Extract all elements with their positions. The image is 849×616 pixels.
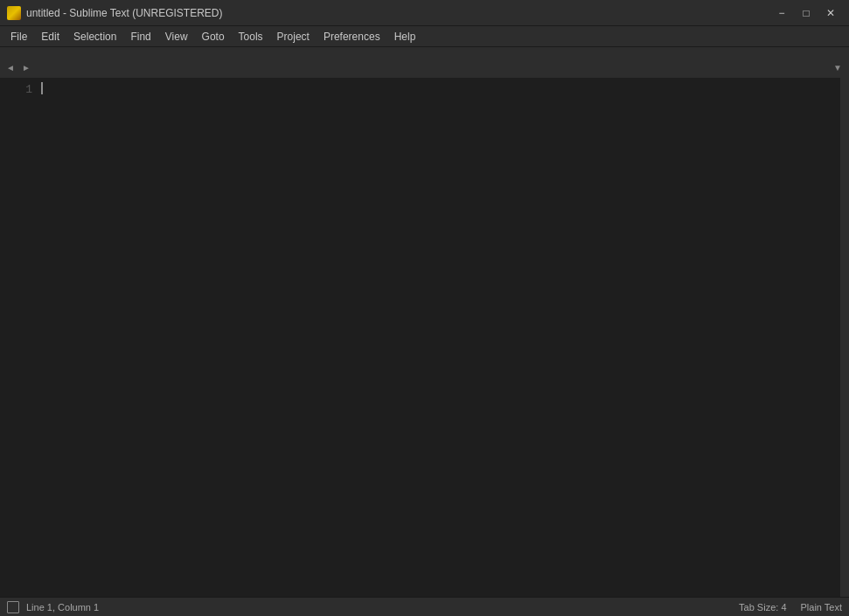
app-icon [7, 6, 21, 20]
editor-area: 1 [0, 78, 849, 597]
menu-item-goto[interactable]: Goto [195, 29, 232, 45]
title-left: untitled - Sublime Text (UNREGISTERED) [7, 6, 223, 20]
nav-arrows: ◄ ► [3, 61, 33, 74]
cursor-position: Line 1, Column 1 [26, 602, 99, 613]
vertical-scrollbar[interactable] [840, 78, 849, 597]
tab-dropdown[interactable]: ▼ [830, 61, 846, 74]
title-text: untitled - Sublime Text (UNREGISTERED) [26, 7, 223, 19]
menu-item-file[interactable]: File [3, 29, 34, 45]
menu-item-tools[interactable]: Tools [232, 29, 270, 45]
nav-right-arrow[interactable]: ► [19, 61, 33, 74]
syntax-selector[interactable]: Plain Text [801, 602, 843, 613]
tab-size-indicator[interactable]: Tab Size: 4 [739, 602, 786, 613]
menu-item-view[interactable]: View [158, 29, 195, 45]
menu-item-find[interactable]: Find [123, 29, 157, 45]
nav-left-arrow[interactable]: ◄ [3, 61, 17, 74]
status-bar: Line 1, Column 1 Tab Size: 4 Plain Text [0, 597, 849, 616]
line-numbers: 1 [0, 78, 39, 597]
line-number-1: 1 [0, 82, 32, 98]
menu-item-selection[interactable]: Selection [66, 29, 123, 45]
maximize-button[interactable]: □ [795, 4, 818, 22]
text-cursor [41, 82, 43, 94]
tab-bar: ◄ ► ▼ [0, 47, 849, 78]
menu-item-preferences[interactable]: Preferences [317, 29, 387, 45]
window-controls: − □ ✕ [770, 4, 842, 22]
minimize-button[interactable]: − [770, 4, 793, 22]
menu-bar: FileEditSelectionFindViewGotoToolsProjec… [0, 26, 849, 47]
menu-item-help[interactable]: Help [387, 29, 423, 45]
menu-item-project[interactable]: Project [270, 29, 317, 45]
close-button[interactable]: ✕ [819, 4, 842, 22]
editor-content[interactable] [39, 78, 840, 597]
file-icon [7, 601, 19, 613]
title-bar: untitled - Sublime Text (UNREGISTERED) −… [0, 0, 849, 26]
status-right: Tab Size: 4 Plain Text [739, 602, 842, 613]
menu-item-edit[interactable]: Edit [34, 29, 66, 45]
